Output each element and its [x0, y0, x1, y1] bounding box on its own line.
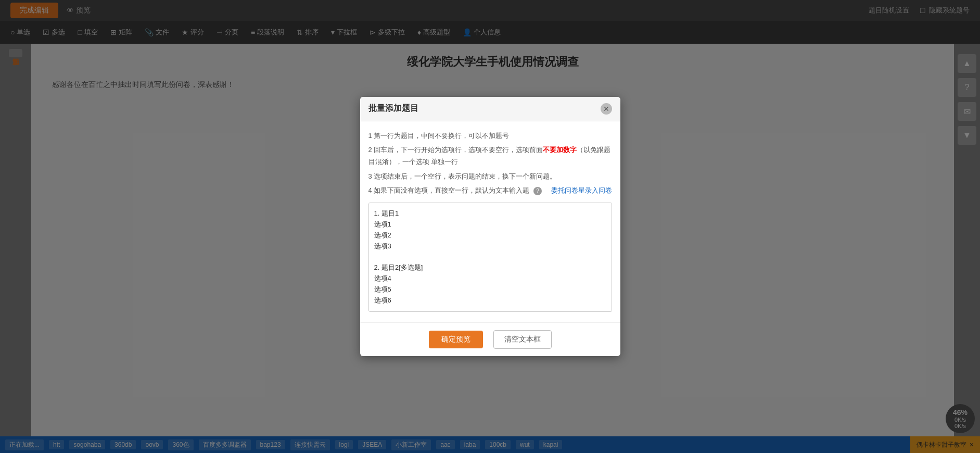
batch-add-modal: 批量添加题目 ✕ 1 第一行为题目，中间不要换行，可以不加题号 2 回车后，下一…	[360, 97, 620, 357]
modal-title: 批量添加题目	[368, 103, 418, 114]
clear-textarea-button[interactable]: 清空文本框	[493, 330, 552, 349]
modal-header: 批量添加题目 ✕	[360, 97, 620, 121]
modal-close-button[interactable]: ✕	[601, 103, 612, 115]
import-link[interactable]: 委托问卷星录入问卷	[551, 184, 612, 196]
batch-textarea[interactable]: 1. 题目1 选项1 选项2 选项3 2. 题目2[多选题] 选项4 选项5 选…	[368, 203, 612, 312]
modal-body: 1 第一行为题目，中间不要换行，可以不加题号 2 回车后，下一行开始为选项行，选…	[360, 121, 620, 323]
instruction-2: 2 回车后，下一行开始为选项行，选项不要空行，选项前面不要加数字（以免跟题目混淆…	[368, 144, 612, 168]
highlight-text: 不要加数字	[543, 146, 577, 154]
instructions: 1 第一行为题目，中间不要换行，可以不加题号 2 回车后，下一行开始为选项行，选…	[368, 130, 612, 197]
help-icon: ?	[533, 187, 542, 195]
instruction-1: 1 第一行为题目，中间不要换行，可以不加题号	[368, 130, 612, 142]
modal-footer: 确定预览 清空文本框	[360, 322, 620, 356]
confirm-preview-button[interactable]: 确定预览	[429, 331, 483, 348]
instruction-4: 4 如果下面没有选项，直接空一行，默认为文本输入题 ? 委托问卷星录入问卷	[368, 184, 612, 196]
modal-overlay: 批量添加题目 ✕ 1 第一行为题目，中间不要换行，可以不加题号 2 回车后，下一…	[0, 0, 980, 453]
instruction-3: 3 选项结束后，一个空行，表示问题的结束，换下一个新问题。	[368, 170, 612, 182]
